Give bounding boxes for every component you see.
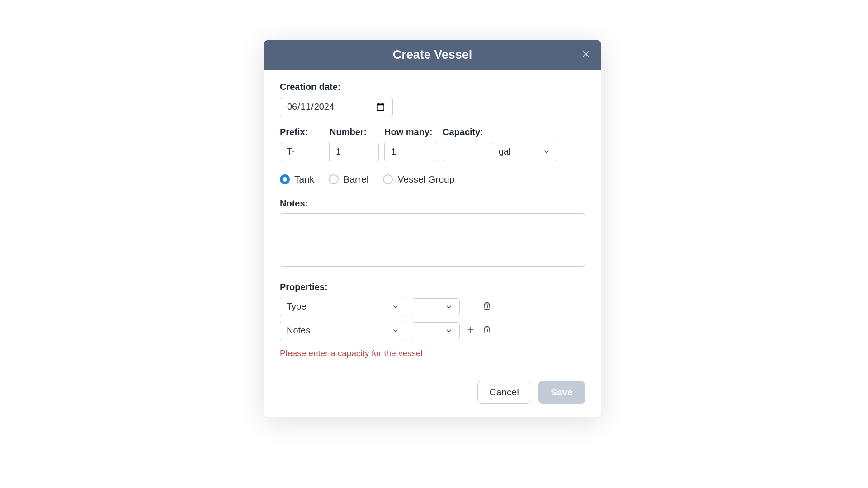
trash-icon — [482, 325, 492, 337]
number-label: Number: — [330, 127, 379, 137]
cancel-button[interactable]: Cancel — [477, 381, 531, 404]
radio-label-tank: Tank — [294, 174, 314, 185]
trash-icon — [482, 301, 492, 313]
property-row: Type — [280, 297, 585, 316]
radio-unselected-icon — [329, 174, 339, 184]
radio-label-barrel: Barrel — [343, 174, 368, 185]
notes-label: Notes: — [280, 198, 585, 209]
vessel-type-barrel[interactable]: Barrel — [329, 174, 368, 185]
radio-unselected-icon — [383, 174, 393, 184]
modal-title: Create Vessel — [393, 48, 472, 62]
property-key-select[interactable]: Type — [280, 297, 406, 316]
capacity-input[interactable] — [443, 142, 492, 161]
save-button[interactable]: Save — [538, 381, 585, 404]
number-input[interactable] — [329, 142, 379, 161]
close-icon — [581, 49, 591, 61]
prefix-label: Prefix: — [280, 127, 330, 137]
chevron-down-icon — [542, 148, 551, 156]
capacity-unit-value: gal — [499, 146, 511, 157]
vessel-type-vessel-group[interactable]: Vessel Group — [383, 174, 454, 185]
vessel-type-tank[interactable]: Tank — [280, 174, 314, 185]
properties-label: Properties: — [280, 282, 585, 292]
plus-icon — [466, 325, 476, 337]
property-row: Notes — [280, 321, 585, 340]
chevron-down-icon — [392, 303, 400, 311]
delete-property-button[interactable] — [481, 325, 492, 336]
property-key-select[interactable]: Notes — [280, 321, 406, 340]
how-many-input[interactable] — [384, 142, 437, 161]
add-property-button[interactable] — [465, 325, 476, 336]
chevron-down-icon — [392, 327, 400, 335]
delete-property-button[interactable] — [481, 301, 492, 312]
property-key-value: Notes — [287, 325, 310, 336]
prefix-input[interactable] — [280, 142, 330, 161]
notes-textarea[interactable] — [280, 213, 585, 267]
modal-header: Create Vessel — [264, 40, 601, 70]
radio-label-vessel-group: Vessel Group — [397, 174, 454, 185]
capacity-label: Capacity: — [443, 127, 557, 137]
radio-selected-icon — [280, 174, 290, 184]
property-value-select[interactable] — [412, 322, 460, 339]
error-message: Please enter a capacity for the vessel — [280, 348, 585, 358]
chevron-down-icon — [445, 303, 453, 311]
create-vessel-modal: Create Vessel Creation date: Prefix: Num… — [264, 40, 601, 417]
creation-date-input[interactable] — [280, 97, 393, 117]
close-button[interactable] — [580, 49, 592, 61]
modal-body: Creation date: Prefix: Number: How many:… — [264, 70, 601, 417]
capacity-unit-select[interactable]: gal — [492, 142, 557, 161]
how-many-label: How many: — [384, 127, 437, 137]
chevron-down-icon — [445, 327, 453, 335]
property-value-select[interactable] — [412, 298, 460, 315]
creation-date-label: Creation date: — [280, 82, 585, 92]
property-key-value: Type — [287, 301, 306, 312]
